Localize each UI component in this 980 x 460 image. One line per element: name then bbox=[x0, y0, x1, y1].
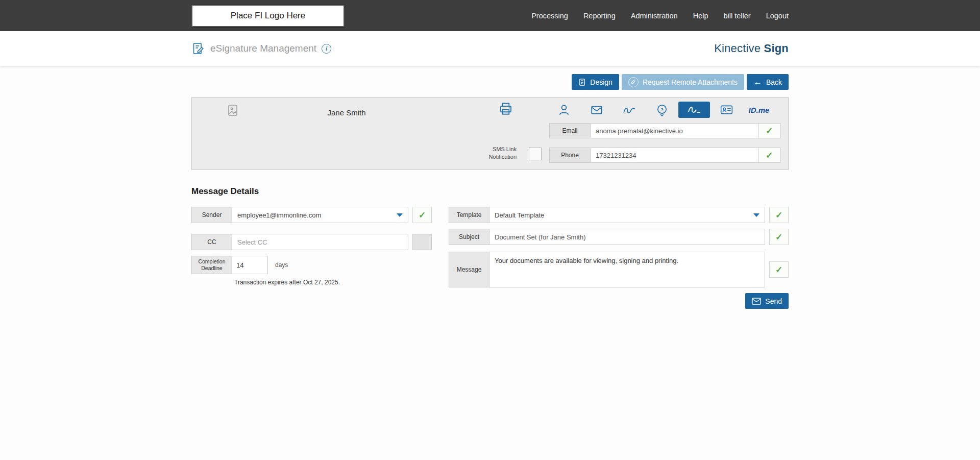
sms-link-notification-label: SMS Link Notification bbox=[478, 146, 517, 161]
nav-user[interactable]: bill teller bbox=[723, 12, 750, 20]
question-pin-icon[interactable]: ? bbox=[646, 101, 678, 118]
cc-label: CC bbox=[191, 234, 232, 250]
completion-deadline-input[interactable] bbox=[232, 256, 267, 274]
phone-input[interactable] bbox=[591, 148, 758, 163]
document-icon bbox=[578, 78, 586, 86]
cc-row: CC bbox=[191, 234, 432, 250]
person-icon[interactable] bbox=[548, 101, 580, 118]
transaction-expiry-note: Transaction expires after Oct 27, 2025. bbox=[234, 279, 432, 286]
subject-valid-check-icon: ✓ bbox=[769, 229, 789, 245]
send-row: Send bbox=[449, 293, 789, 309]
message-label: Message bbox=[449, 252, 489, 287]
recipient-name: Jane Smith bbox=[313, 108, 380, 117]
request-remote-attachments-label: Request Remote Attachments bbox=[643, 78, 738, 86]
image-placeholder-icon bbox=[227, 104, 239, 117]
idme-logo[interactable]: ID.me bbox=[743, 101, 775, 118]
subject-input[interactable] bbox=[489, 233, 765, 241]
subject-field bbox=[489, 229, 765, 245]
design-button-label: Design bbox=[590, 78, 612, 86]
template-value: Default Template bbox=[495, 211, 544, 219]
sender-row: Sender employee1@immonline.com ✓ bbox=[191, 207, 432, 223]
completion-deadline-label: Completion Deadline bbox=[191, 256, 232, 274]
top-navigation: Processing Reporting Administration Help… bbox=[531, 12, 789, 20]
sender-label: Sender bbox=[191, 207, 232, 223]
action-button-row: Design Request Remote Attachments ← Back bbox=[191, 74, 789, 90]
phone-label: Phone bbox=[549, 148, 591, 163]
main-content: Design Request Remote Attachments ← Back bbox=[0, 66, 980, 460]
nav-logout[interactable]: Logout bbox=[766, 12, 789, 20]
topbar: Place FI Logo Here Processing Reporting … bbox=[0, 0, 980, 31]
completion-deadline-row: Completion Deadline days bbox=[191, 256, 432, 274]
email-delivery-icon[interactable] bbox=[580, 101, 613, 118]
cc-status-box bbox=[412, 234, 432, 250]
nav-help[interactable]: Help bbox=[693, 12, 708, 20]
cc-input[interactable] bbox=[232, 238, 408, 246]
phone-valid-check-icon: ✓ bbox=[758, 148, 780, 163]
cc-field bbox=[232, 234, 408, 250]
info-icon[interactable]: i bbox=[322, 44, 331, 54]
id-card-icon[interactable] bbox=[710, 101, 743, 118]
svg-text:?: ? bbox=[660, 107, 664, 112]
sms-link-notification-checkbox[interactable] bbox=[529, 148, 542, 160]
nav-reporting[interactable]: Reporting bbox=[583, 12, 616, 20]
draw-signature-icon[interactable] bbox=[678, 102, 710, 118]
template-row: Template Default Template ✓ bbox=[449, 207, 789, 223]
deadline-unit-label: days bbox=[275, 261, 288, 269]
back-button-label: Back bbox=[766, 78, 782, 86]
message-textarea[interactable]: Your documents are available for viewing… bbox=[489, 252, 765, 287]
nav-administration[interactable]: Administration bbox=[631, 12, 678, 20]
template-valid-check-icon: ✓ bbox=[769, 207, 789, 223]
message-valid-check-icon: ✓ bbox=[769, 261, 789, 278]
recipient-panel: Jane Smith bbox=[191, 97, 789, 170]
esignature-doc-icon bbox=[191, 42, 205, 56]
request-remote-attachments-button[interactable]: Request Remote Attachments bbox=[622, 74, 744, 90]
template-label: Template bbox=[449, 207, 489, 223]
message-details-heading: Message Details bbox=[191, 186, 789, 197]
send-button-label: Send bbox=[765, 297, 782, 305]
delivery-method-icons: ? I bbox=[548, 101, 775, 118]
paperclip-icon bbox=[628, 77, 639, 87]
phone-field-row: Phone ✓ bbox=[549, 148, 780, 163]
send-button[interactable]: Send bbox=[745, 293, 789, 309]
brand-logo: Kinective Sign bbox=[714, 42, 789, 55]
send-envelope-icon bbox=[752, 298, 761, 305]
back-button[interactable]: ← Back bbox=[747, 74, 789, 90]
subject-label: Subject bbox=[449, 229, 489, 245]
sender-value: employee1@immonline.com bbox=[237, 211, 321, 219]
page-title: eSignature Management bbox=[210, 43, 316, 54]
back-arrow-icon: ← bbox=[753, 78, 762, 86]
email-field-row: Email ✓ bbox=[549, 123, 780, 138]
chevron-down-icon bbox=[397, 213, 403, 217]
design-button[interactable]: Design bbox=[572, 74, 619, 90]
page-header: eSignature Management i Kinective Sign bbox=[0, 31, 980, 66]
email-label: Email bbox=[549, 123, 591, 138]
email-valid-check-icon: ✓ bbox=[758, 123, 780, 138]
signature-scribble-icon[interactable] bbox=[613, 101, 646, 118]
subject-row: Subject ✓ bbox=[449, 229, 789, 245]
sender-dropdown[interactable]: employee1@immonline.com bbox=[232, 207, 408, 223]
sender-valid-check-icon: ✓ bbox=[412, 207, 432, 223]
printer-icon[interactable] bbox=[498, 101, 513, 116]
fi-logo-placeholder[interactable]: Place FI Logo Here bbox=[191, 5, 345, 27]
nav-processing[interactable]: Processing bbox=[531, 12, 568, 20]
email-input[interactable] bbox=[591, 123, 758, 138]
template-dropdown[interactable]: Default Template bbox=[489, 207, 765, 223]
message-row: Message Your documents are available for… bbox=[449, 252, 789, 287]
chevron-down-icon bbox=[753, 213, 760, 217]
